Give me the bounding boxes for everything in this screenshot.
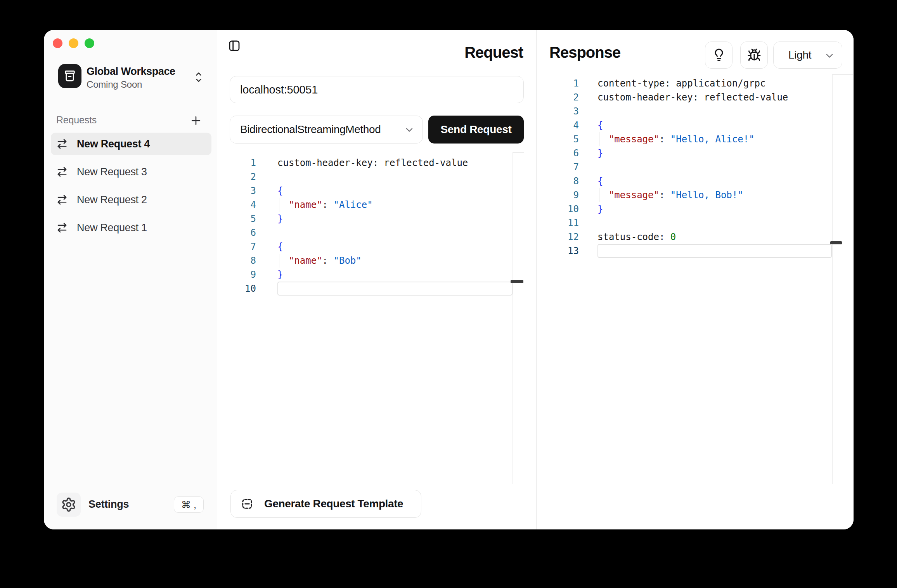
line-number: 11: [537, 216, 579, 230]
code-line: 11: [537, 216, 832, 230]
code-line-content: custom-header-key: reflected-value: [277, 156, 513, 170]
workspace-switcher[interactable]: [194, 69, 204, 85]
line-number: 13: [537, 244, 579, 258]
workspace-icon[interactable]: [58, 64, 81, 88]
sidebar-item-request[interactable]: New Request 4: [51, 133, 211, 155]
line-number: 6: [537, 146, 579, 160]
sidebar-item-request[interactable]: New Request 1: [51, 216, 211, 239]
indent-guide: [279, 254, 279, 268]
archive-box-icon: [63, 69, 76, 83]
line-number: 9: [537, 188, 579, 202]
sidebar-item-request[interactable]: New Request 2: [51, 189, 211, 211]
code-line: 8{: [537, 174, 832, 188]
sidebar-item-label: New Request 4: [77, 138, 150, 150]
add-request-button[interactable]: [187, 112, 204, 129]
code-line: 5}: [217, 212, 513, 226]
requests-section-label: Requests: [56, 114, 97, 126]
workspace-subtitle: Coming Soon: [87, 79, 142, 90]
request-editor-scrollbar-track: [513, 152, 513, 484]
line-number: 8: [537, 174, 579, 188]
line-number: 5: [217, 212, 256, 226]
line-number: 1: [217, 156, 256, 170]
request-editor-scroll-thumb[interactable]: [511, 280, 523, 283]
code-line-content: {: [277, 184, 513, 198]
line-number: 6: [217, 226, 256, 240]
bug-icon: [747, 48, 761, 62]
code-line-content: custom-header-key: reflected-value: [597, 90, 832, 104]
response-editor-scroll-thumb[interactable]: [830, 241, 842, 244]
response-panel: Response Light 1content-type: applicatio…: [537, 30, 854, 529]
line-number: 7: [537, 160, 579, 174]
server-url-input[interactable]: [230, 76, 524, 103]
code-line: 7: [537, 160, 832, 174]
code-line-content: [277, 226, 513, 240]
code-line: 12status-code: 0: [537, 230, 832, 244]
response-editor[interactable]: 1content-type: application/grpc2custom-h…: [537, 76, 832, 258]
code-line: 1content-type: application/grpc: [537, 76, 832, 90]
panel-left-icon: [228, 40, 241, 52]
code-line-content: [277, 170, 513, 184]
code-line: 10: [217, 282, 513, 296]
chevron-down-icon: [404, 125, 415, 135]
dashed-template-icon: [240, 497, 254, 511]
line-number: 1: [537, 76, 579, 90]
code-line: 4 "name": "Alice": [217, 198, 513, 212]
request-editor[interactable]: 1custom-header-key: reflected-value23{4 …: [217, 156, 513, 296]
request-panel: Request BidirectionalStreamingMethod Sen…: [217, 30, 537, 529]
settings-label: Settings: [88, 498, 129, 510]
code-line-content: {: [597, 174, 832, 188]
code-line: 4{: [537, 118, 832, 132]
theme-select[interactable]: Light: [773, 42, 842, 69]
code-line-content: {: [277, 240, 513, 254]
line-number: 9: [217, 268, 256, 282]
code-line: 7{: [217, 240, 513, 254]
code-line: 1custom-header-key: reflected-value: [217, 156, 513, 170]
line-number: 2: [217, 170, 256, 184]
sidebar-toggle-button[interactable]: [228, 39, 241, 52]
sidebar: Global Workspace Coming Soon Requests Ne…: [44, 30, 217, 529]
request-panel-title: Request: [464, 44, 523, 61]
method-select-value: BidirectionalStreamingMethod: [240, 123, 381, 136]
active-line-box: [277, 282, 513, 296]
request-list: New Request 4New Request 3New Request 2N…: [51, 133, 211, 244]
app-window: Global Workspace Coming Soon Requests Ne…: [44, 30, 854, 529]
code-line-content: }: [277, 268, 513, 282]
line-number: 4: [537, 118, 579, 132]
line-number: 3: [217, 184, 256, 198]
code-line: 9 "message": "Hello, Bob!": [537, 188, 832, 202]
sidebar-item-request[interactable]: New Request 3: [51, 161, 211, 183]
code-line: 5 "message": "Hello, Alice!": [537, 132, 832, 146]
line-number: 12: [537, 230, 579, 244]
code-line-content: content-type: application/grpc: [597, 76, 832, 90]
indent-guide: [599, 188, 599, 202]
gear-icon: [61, 497, 76, 512]
traffic-lights: [53, 38, 94, 48]
debug-button[interactable]: [740, 42, 768, 69]
settings-row[interactable]: Settings ⌘ ,: [44, 490, 217, 521]
code-line: 9}: [217, 268, 513, 282]
line-number: 10: [217, 282, 256, 296]
minimize-button[interactable]: [69, 38, 78, 48]
generate-template-label: Generate Request Template: [264, 498, 403, 510]
zoom-button[interactable]: [85, 38, 94, 48]
line-number: 2: [537, 90, 579, 104]
close-button[interactable]: [53, 38, 62, 48]
code-line: 10}: [537, 202, 832, 216]
code-line-content: status-code: 0: [597, 230, 832, 244]
method-select[interactable]: BidirectionalStreamingMethod: [230, 116, 423, 144]
code-line: 3{: [217, 184, 513, 198]
code-line-content: "name": "Bob": [277, 254, 513, 268]
generate-template-button[interactable]: Generate Request Template: [230, 490, 421, 518]
code-line-content: [597, 216, 832, 230]
line-number: 8: [217, 254, 256, 268]
line-number: 5: [537, 132, 579, 146]
code-line: 8 "name": "Bob": [217, 254, 513, 268]
plus-icon: [189, 114, 203, 127]
hints-button[interactable]: [705, 42, 732, 69]
code-line: 2custom-header-key: reflected-value: [537, 90, 832, 104]
workspace-title: Global Workspace: [87, 66, 175, 78]
indent-guide: [599, 132, 599, 146]
bidirectional-arrows-icon: [56, 222, 68, 233]
bidirectional-arrows-icon: [56, 194, 68, 206]
send-request-button[interactable]: Send Request: [428, 116, 524, 144]
